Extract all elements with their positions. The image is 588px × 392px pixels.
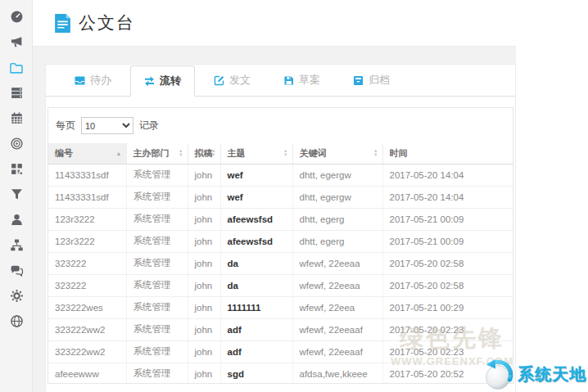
table-row[interactable]: 123r3222系统管理johnafeewsfsddhtt, egerg2017… [48, 230, 513, 252]
filter-icon [10, 187, 24, 201]
folder-icon [9, 61, 24, 75]
sidebar-item-documents[interactable] [0, 55, 33, 80]
orgchart-icon [10, 238, 24, 252]
table-row[interactable]: 323222ww2系统管理johnadfwfewf, 22eeaaf2017-0… [48, 340, 513, 363]
table-row[interactable]: 323222wes系统管理john1111111wfewf, 22eea2017… [48, 296, 513, 318]
cell-dept: 系统管理 [126, 274, 188, 296]
cell-keywords: dhtt, egergw [292, 164, 382, 186]
cell-dept: 系统管理 [126, 340, 188, 363]
cell-subject: da [220, 274, 292, 296]
cell-drafter: john [188, 252, 220, 274]
column-header-dept[interactable]: 主办部门▲▼ [126, 143, 188, 164]
table-row[interactable]: 11433331sdf系统管理johnwefdhtt, egergw2017-0… [48, 164, 513, 186]
table-row[interactable]: 323222ww2系统管理johnadfwfewf, 22eeaaf2017-0… [48, 318, 513, 340]
sidebar-item-user[interactable] [0, 207, 33, 232]
draft-icon [283, 75, 294, 86]
sidebar-item-orgchart[interactable] [0, 232, 33, 258]
column-header-keywords[interactable]: 关键词▲▼ [292, 143, 382, 164]
tab-archive[interactable]: 归档 [339, 65, 404, 96]
sidebar-item-calendar[interactable] [0, 106, 33, 131]
sort-asc-icon: ▲ [116, 151, 122, 155]
sidebar-item-filter[interactable] [0, 182, 33, 207]
document-icon [54, 13, 71, 34]
cell-subject: adf [220, 318, 292, 340]
page-size-select[interactable]: 10 [81, 117, 133, 134]
cell-drafter: john [188, 363, 220, 384]
sidebar-item-target[interactable] [0, 131, 33, 156]
page-size-prefix-label: 每页 [56, 119, 75, 133]
cell-drafter: john [188, 318, 220, 340]
cell-id: 323222 [48, 252, 126, 274]
column-header-id[interactable]: 编号▲ [48, 143, 126, 164]
sidebar-item-announcement[interactable] [0, 29, 33, 55]
cell-time: 2017-05-21 00:29 [382, 296, 513, 318]
tab-todo[interactable]: 待办 [61, 65, 125, 96]
cell-subject: da [220, 252, 292, 274]
cell-dept: 系统管理 [126, 230, 188, 252]
cell-id: 123r3222 [48, 208, 126, 230]
sort-both-icon: ▲▼ [283, 149, 287, 157]
sort-both-icon: ▲▼ [211, 149, 215, 157]
cell-drafter: john [188, 208, 220, 230]
cell-subject: wef [220, 164, 292, 186]
documents-table: 编号▲ 主办部门▲▼ 拟稿▲▼ 主题▲▼ 关键词▲▼ 时间 11433331sd… [48, 143, 513, 384]
server-icon [10, 86, 24, 100]
table-row[interactable]: 323222系统管理johndawfewf, 22eeaa2017-05-20 … [48, 252, 513, 274]
sidebar [0, 0, 33, 392]
cell-time: 2017-05-20 02:58 [382, 252, 513, 274]
announcement-icon [10, 35, 24, 49]
table-row[interactable]: 123r3222系统管理johnafeewsfsddhtt, egerg2017… [48, 208, 513, 230]
tab-bar: 待办 流转 发文 草案 归档 [46, 65, 515, 97]
cell-id: 323222ww2 [48, 318, 126, 340]
tab-label: 归档 [369, 73, 390, 88]
cell-subject: sgd [220, 363, 292, 384]
cell-drafter: john [188, 230, 220, 252]
chat-icon [10, 264, 24, 277]
sidebar-item-dashboard[interactable] [0, 4, 33, 29]
cell-time: 2017-05-21 00:09 [382, 230, 513, 252]
sidebar-item-server[interactable] [0, 80, 33, 106]
archive-icon [353, 75, 364, 86]
cell-dept: 系统管理 [126, 252, 188, 274]
sidebar-item-globe[interactable] [0, 309, 33, 334]
cell-id: 323222 [48, 274, 126, 296]
cell-id: 323222ww2 [48, 340, 126, 363]
table-row[interactable]: 11433331sdf系统管理johnwefdhtt, egergw2017-0… [48, 186, 513, 208]
column-header-time[interactable]: 时间 [382, 143, 513, 164]
cell-drafter: john [188, 164, 220, 186]
document-card: 待办 流转 发文 草案 归档 [45, 64, 516, 392]
table-row[interactable]: afeeewww系统管理johnsgdafdsa,fwe,kkeee2017-0… [48, 363, 513, 384]
tab-label: 待办 [90, 73, 111, 88]
cell-keywords: wfewf, 22eeaaf [292, 318, 382, 340]
cell-dept: 系统管理 [126, 318, 188, 340]
sort-both-icon: ▲▼ [179, 149, 183, 157]
inbox-icon [75, 75, 85, 86]
column-header-subject[interactable]: 主题▲▼ [220, 143, 292, 164]
cell-time: 2017-05-20 14:04 [382, 164, 513, 186]
page-header: 公文台 [33, 0, 516, 47]
sidebar-item-chat[interactable] [0, 258, 33, 283]
table-row[interactable]: 323222系统管理johndawfewf, 22eeaa2017-05-20 … [48, 274, 513, 296]
sidebar-item-qrcode[interactable] [0, 156, 33, 182]
tab-flow[interactable]: 流转 [130, 65, 195, 97]
cell-subject: adf [220, 340, 292, 363]
column-header-drafter[interactable]: 拟稿▲▼ [188, 143, 220, 164]
cell-dept: 系统管理 [126, 208, 188, 230]
cell-time: 2017-05-20 14:04 [382, 186, 513, 208]
cell-subject: afeewsfsd [220, 208, 292, 230]
tab-label: 草案 [299, 73, 320, 88]
main-area: 公文台 待办 流转 发文 草案 [33, 0, 516, 392]
page-title: 公文台 [79, 11, 135, 34]
tab-draft[interactable]: 草案 [269, 65, 334, 96]
cell-keywords: dhtt, egerg [292, 230, 382, 252]
cell-drafter: john [188, 186, 220, 208]
cell-id: 123r3222 [48, 230, 126, 252]
cell-dept: 系统管理 [126, 186, 188, 208]
cell-time: 2017-05-20 02:58 [382, 274, 513, 296]
cell-id: afeeewww [48, 363, 126, 384]
tab-label: 流转 [160, 74, 181, 88]
sidebar-item-settings[interactable] [0, 283, 33, 309]
brand-logo: 系统天地 [482, 358, 586, 390]
target-icon [10, 137, 24, 151]
tab-dispatch[interactable]: 发文 [200, 65, 265, 96]
